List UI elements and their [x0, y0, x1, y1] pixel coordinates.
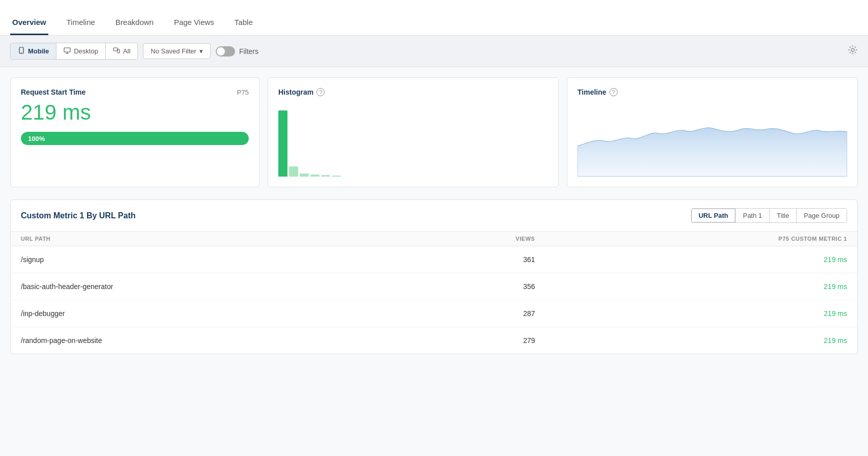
cell-path-1: /basic-auth-header-generator: [11, 273, 406, 300]
cell-views-2: 287: [406, 300, 545, 327]
tab-timeline[interactable]: Timeline: [65, 18, 97, 35]
timeline-svg: [577, 100, 847, 177]
segmented-control: URL Path Path 1 Title Page Group: [691, 208, 847, 223]
seg-title[interactable]: Title: [770, 209, 797, 222]
hist-bar-5: [321, 175, 330, 177]
histogram-help-icon[interactable]: ?: [316, 88, 325, 96]
timeline-header: Timeline ?: [577, 88, 847, 96]
progress-label: 100%: [28, 135, 45, 142]
table-section-title: Custom Metric 1 By URL Path: [21, 211, 136, 220]
settings-button[interactable]: [848, 45, 858, 58]
timeline-card: Timeline ?: [567, 77, 858, 187]
toolbar: Mobile Desktop All No Saved Filter ▾ Fil…: [0, 36, 868, 67]
table-row: /inp-debugger 287 219 ms: [11, 300, 857, 327]
cards-row: Request Start Time P75 219 ms 100% Histo…: [10, 77, 858, 187]
cell-path-0: /signup: [11, 246, 406, 273]
col-path-header: URL PATH: [11, 232, 406, 246]
cell-views-3: 279: [406, 327, 545, 354]
cell-metric-3: 219 ms: [545, 327, 857, 354]
progress-bar: 100%: [21, 132, 249, 145]
tab-overview[interactable]: Overview: [10, 18, 48, 35]
table-row: /signup 361 219 ms: [11, 246, 857, 273]
cell-views-1: 356: [406, 273, 545, 300]
svg-point-1: [21, 52, 21, 52]
table-row: /basic-auth-header-generator 356 219 ms: [11, 273, 857, 300]
tab-pageviews[interactable]: Page Views: [172, 18, 216, 35]
seg-page-group[interactable]: Page Group: [797, 209, 847, 222]
seg-url-path[interactable]: URL Path: [691, 209, 736, 222]
main-content: Request Start Time P75 219 ms 100% Histo…: [0, 67, 868, 364]
hist-bar-3: [300, 174, 309, 177]
percentile-label: P75: [237, 89, 249, 96]
card-header: Request Start Time P75: [21, 88, 249, 96]
timeline-help-icon[interactable]: ?: [610, 88, 618, 96]
cell-metric-1: 219 ms: [545, 273, 857, 300]
tab-breakdown[interactable]: Breakdown: [113, 18, 156, 35]
svg-point-7: [851, 48, 854, 51]
hist-bar-1: [278, 110, 287, 177]
histogram-body: [278, 100, 548, 177]
svg-rect-6: [118, 49, 120, 53]
data-table: URL PATH VIEWS P75 CUSTOM METRIC 1 /sign…: [11, 231, 857, 354]
col-views-header: VIEWS: [406, 232, 545, 246]
saved-filter-button[interactable]: No Saved Filter ▾: [143, 43, 211, 59]
hist-bar-2: [289, 166, 298, 177]
histogram-header: Histogram ?: [278, 88, 548, 96]
device-desktop-label: Desktop: [74, 47, 98, 55]
custom-metric-table-section: Custom Metric 1 By URL Path URL Path Pat…: [10, 200, 858, 354]
histogram-card: Histogram ?: [268, 77, 559, 187]
svg-rect-2: [64, 48, 70, 52]
all-devices-icon: [113, 47, 120, 55]
top-nav: Overview Timeline Breakdown Page Views T…: [0, 0, 868, 36]
desktop-icon: [64, 47, 71, 55]
saved-filter-label: No Saved Filter: [151, 47, 196, 55]
device-all-label: All: [123, 47, 130, 55]
device-all-button[interactable]: All: [106, 43, 137, 59]
metric-value: 219 ms: [21, 100, 249, 125]
seg-path1[interactable]: Path 1: [736, 209, 770, 222]
tab-table[interactable]: Table: [233, 18, 255, 35]
hist-bar-4: [310, 175, 320, 177]
request-start-time-title: Request Start Time: [21, 88, 85, 96]
cell-metric-2: 219 ms: [545, 300, 857, 327]
device-mobile-button[interactable]: Mobile: [11, 43, 56, 59]
device-mobile-label: Mobile: [28, 47, 49, 55]
timeline-chart: [577, 100, 847, 177]
table-header-row: Custom Metric 1 By URL Path URL Path Pat…: [11, 200, 857, 231]
device-group: Mobile Desktop All: [10, 43, 138, 60]
request-start-time-card: Request Start Time P75 219 ms 100%: [10, 77, 259, 187]
col-metric-header: P75 CUSTOM METRIC 1: [545, 232, 857, 246]
mobile-icon: [18, 47, 25, 55]
cell-path-3: /random-page-on-website: [11, 327, 406, 354]
gear-icon: [848, 47, 858, 57]
chevron-down-icon: ▾: [199, 47, 203, 55]
filters-label: Filters: [239, 47, 258, 55]
timeline-title: Timeline: [577, 88, 606, 96]
table-row: /random-page-on-website 279 219 ms: [11, 327, 857, 354]
histogram-title: Histogram: [278, 88, 313, 96]
cell-views-0: 361: [406, 246, 545, 273]
filters-toggle[interactable]: [216, 46, 235, 56]
hist-bar-6: [332, 176, 341, 177]
device-desktop-button[interactable]: Desktop: [56, 43, 106, 59]
cell-path-2: /inp-debugger: [11, 300, 406, 327]
table-header: URL PATH VIEWS P75 CUSTOM METRIC 1: [11, 232, 857, 246]
svg-rect-5: [113, 48, 118, 51]
progress-bar-fill: 100%: [21, 132, 249, 145]
cell-metric-0: 219 ms: [545, 246, 857, 273]
filters-toggle-wrap: Filters: [216, 46, 258, 56]
